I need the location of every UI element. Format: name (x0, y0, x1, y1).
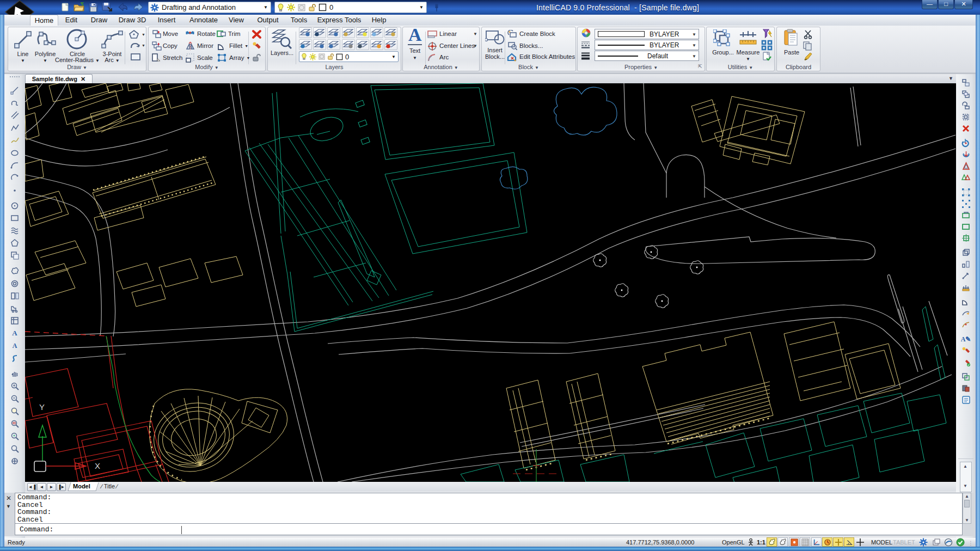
svg-text:X: X (95, 461, 100, 470)
svg-text:Y: Y (39, 402, 45, 412)
